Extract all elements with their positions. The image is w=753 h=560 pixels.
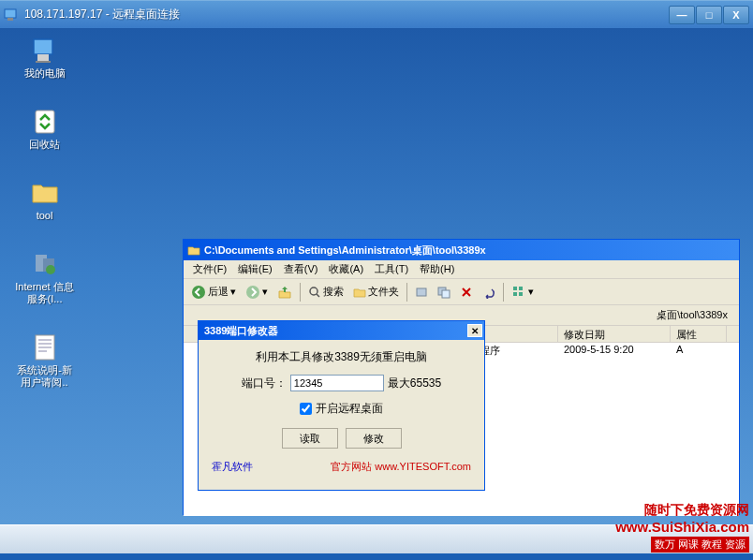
tb-move-button[interactable]	[411, 282, 432, 302]
search-button[interactable]: 搜索	[304, 282, 347, 302]
menu-view[interactable]: 查看(V)	[278, 260, 324, 278]
desktop-icon-readme[interactable]: 系统说明-新用户请阅..	[9, 329, 80, 392]
rdp-titlebar: 108.171.197.17 - 远程桌面连接 — □ X	[0, 0, 753, 28]
max-label: 最大65535	[388, 376, 441, 391]
svg-rect-21	[513, 287, 517, 290]
folders-button[interactable]: 文件夹	[349, 282, 403, 302]
checkbox-label: 开启远程桌面	[316, 401, 383, 417]
up-button[interactable]	[273, 282, 296, 302]
folder-icon	[187, 243, 200, 257]
svg-rect-20	[442, 290, 450, 298]
desktop-icon-label: 我的电脑	[24, 67, 66, 80]
desktop-icon-label: Internet 信息服务(I...	[13, 281, 76, 305]
explorer-menubar: 文件(F) 编辑(E) 查看(V) 收藏(A) 工具(T) 帮助(H)	[184, 260, 739, 279]
search-label: 搜索	[323, 285, 344, 299]
watermark-line3: 数万 网课 教程 资源	[651, 537, 749, 553]
remote-desktop[interactable]: 我的电脑 回收站 tool Internet 信息服务(I... 系统说明-新用…	[0, 28, 753, 524]
close-button[interactable]: X	[723, 6, 749, 24]
svg-point-8	[46, 265, 55, 274]
desktop-icon-label: 系统说明-新用户请阅..	[13, 364, 76, 389]
text-file-icon	[30, 332, 60, 362]
svg-rect-24	[519, 292, 523, 296]
dropdown-icon: ▾	[262, 286, 268, 298]
rdp-title: 108.171.197.17 - 远程桌面连接	[24, 7, 669, 22]
dialog-description: 利用本工具修改3389无须重启电脑	[212, 349, 471, 365]
explorer-titlebar[interactable]: C:\Documents and Settings\Administrator\…	[184, 240, 739, 260]
desktop-icon-label: tool	[37, 210, 53, 222]
svg-rect-22	[519, 287, 523, 290]
watermark: 随时下免费资源网 www.SuiShiXia.com 数万 网课 教程 资源	[615, 502, 749, 553]
desktop-icon-computer[interactable]: 我的电脑	[9, 32, 80, 83]
rdp-icon	[4, 7, 19, 22]
svg-rect-0	[5, 9, 16, 18]
minimize-button[interactable]: —	[669, 6, 695, 24]
dropdown-icon: ▾	[230, 286, 236, 298]
back-label: 后退	[208, 285, 229, 299]
views-button[interactable]: ▾	[508, 282, 538, 302]
svg-point-15	[246, 286, 259, 299]
col-type[interactable]	[474, 326, 558, 342]
svg-point-14	[192, 286, 205, 299]
forward-button[interactable]: ▾	[242, 282, 272, 302]
dropdown-icon: ▾	[528, 286, 534, 298]
svg-rect-3	[37, 54, 49, 61]
port-input[interactable]	[290, 375, 384, 391]
watermark-line2: www.SuiShiXia.com	[615, 519, 749, 535]
explorer-toolbar: 后退 ▾ ▾ 搜索 文件夹	[184, 279, 739, 305]
desktop-icon-iis[interactable]: Internet 信息服务(I...	[9, 245, 80, 309]
desktop-icon-recycle[interactable]: 回收站	[9, 103, 80, 155]
svg-rect-2	[34, 39, 52, 54]
port-modifier-dialog: 3389端口修改器 ✕ 利用本工具修改3389无须重启电脑 端口号： 最大655…	[198, 320, 485, 491]
menu-help[interactable]: 帮助(H)	[414, 260, 460, 278]
menu-favorites[interactable]: 收藏(A)	[323, 260, 369, 278]
site-url[interactable]: www.YITESOFT.com	[375, 461, 471, 472]
svg-rect-1	[7, 18, 13, 21]
desktop-icon-label: 回收站	[29, 139, 60, 151]
desktop-icon-tool[interactable]: tool	[9, 174, 80, 226]
col-date[interactable]: 修改日期	[558, 326, 671, 342]
cell-type: 程序	[474, 344, 558, 358]
dialog-title: 3389端口修改器	[204, 324, 278, 338]
vendor-label: 霍凡软件	[212, 460, 253, 474]
menu-edit[interactable]: 编辑(E)	[232, 260, 278, 278]
folder-icon	[30, 178, 60, 208]
dialog-close-button[interactable]: ✕	[467, 324, 482, 337]
col-attr[interactable]: 属性	[671, 326, 727, 342]
tb-undo-button[interactable]	[479, 282, 499, 302]
dialog-titlebar[interactable]: 3389端口修改器 ✕	[199, 321, 484, 340]
port-label: 端口号：	[242, 376, 287, 391]
enable-rdp-checkbox[interactable]	[300, 403, 312, 415]
menu-file[interactable]: 文件(F)	[187, 260, 232, 278]
svg-rect-23	[513, 292, 517, 296]
computer-icon	[30, 36, 60, 66]
read-button[interactable]: 读取	[282, 428, 338, 449]
watermark-line1: 随时下免费资源网	[615, 502, 749, 519]
cell-date: 2009-5-15 9:20	[558, 344, 671, 358]
recycle-icon	[30, 107, 60, 137]
address-text: 桌面\tool\3389x	[657, 308, 728, 322]
cell-attr: A	[671, 344, 727, 358]
iis-icon	[30, 249, 60, 279]
svg-point-16	[310, 287, 317, 295]
folders-label: 文件夹	[368, 285, 399, 299]
menu-tools[interactable]: 工具(T)	[369, 260, 414, 278]
svg-rect-4	[36, 61, 51, 63]
svg-line-17	[317, 294, 319, 297]
maximize-button[interactable]: □	[696, 6, 722, 24]
site-label: 官方网站	[331, 461, 372, 472]
modify-button[interactable]: 修改	[346, 428, 402, 449]
svg-rect-18	[417, 288, 426, 296]
back-button[interactable]: 后退 ▾	[187, 282, 240, 302]
tb-delete-button[interactable]	[456, 282, 477, 302]
explorer-title: C:\Documents and Settings\Administrator\…	[204, 243, 735, 258]
tb-copy-button[interactable]	[434, 282, 454, 302]
